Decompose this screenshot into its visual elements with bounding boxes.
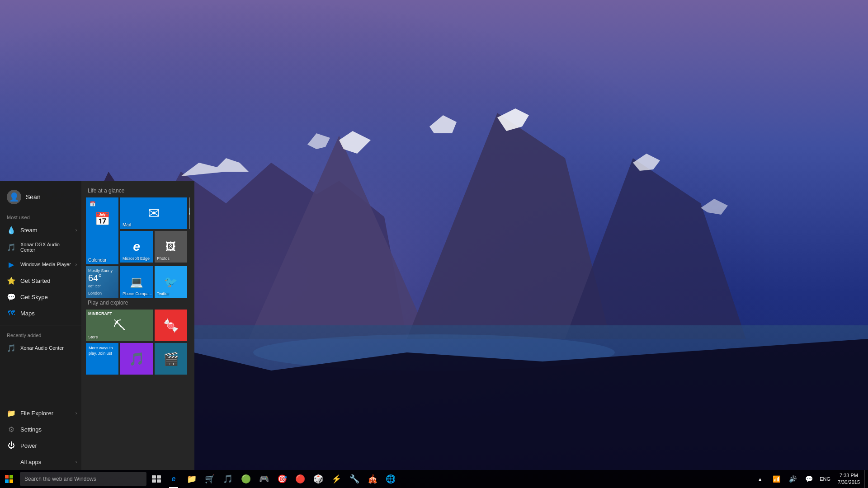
svg-rect-18 (9, 475, 13, 479)
tile-minecraft[interactable]: ⛏ MINECRAFT Store (86, 310, 153, 341)
network-icon[interactable]: 📶 (768, 470, 784, 488)
taskbar-spotify-icon[interactable]: 🟢 (237, 470, 255, 488)
svg-rect-24 (157, 479, 161, 483)
all-apps-icon (7, 457, 16, 466)
taskbar-game6-icon[interactable]: 🔧 (345, 470, 363, 488)
notification-icon[interactable]: 💬 (801, 470, 817, 488)
menu-item-steam[interactable]: 💧 Steam › (0, 222, 81, 238)
xonar-icon: 🎵 (7, 243, 16, 252)
svg-marker-8 (497, 108, 529, 131)
tile-mail[interactable]: ✉ Mail (120, 197, 187, 229)
skype-icon: 💬 (7, 292, 16, 301)
user-profile[interactable]: 👤 Sean (0, 185, 81, 211)
svg-marker-5 (249, 136, 429, 339)
taskbar-game1-icon[interactable]: 🎮 (255, 470, 273, 488)
svg-marker-16 (701, 199, 728, 215)
menu-item-wmp[interactable]: ▶ Windows Media Player › (0, 256, 81, 272)
all-apps-arrow: › (75, 460, 77, 465)
taskbar-edge-icon[interactable]: e (165, 470, 183, 488)
svg-rect-19 (5, 479, 9, 483)
all-apps-label: All apps (20, 459, 41, 465)
get-started-icon: ⭐ (7, 276, 16, 285)
photos-label: Photos (157, 256, 170, 261)
minecraft-label: Store (88, 335, 98, 339)
steam-label: Steam (20, 227, 38, 234)
weather-low: 55° (95, 284, 101, 288)
xonar-label: Xonar DGX Audio Center (20, 242, 75, 253)
taskbar-game7-icon[interactable]: 🎪 (363, 470, 382, 488)
start-menu-tiles: Life at a glance 📅 📅 Calendar ✉ Ma (81, 181, 194, 470)
tile-edge[interactable]: e Microsoft Edge (120, 231, 153, 263)
bottom-menu: 📁 File Explorer › ⚙ Settings ⏻ Power All… (0, 397, 81, 470)
svg-marker-7 (407, 113, 610, 339)
menu-item-skype[interactable]: 💬 Get Skype (0, 289, 81, 305)
steam-icon: 💧 (7, 225, 16, 235)
tile-search[interactable]: 🔍 Search (189, 197, 190, 229)
svg-point-12 (253, 334, 615, 371)
date-display: 7/30/2015 (838, 479, 860, 486)
tile-movies[interactable]: 🎬 (155, 343, 187, 375)
svg-rect-21 (152, 475, 156, 479)
clock[interactable]: 7:33 PM 7/30/2015 (833, 470, 864, 488)
show-hidden-icons[interactable]: ▲ (752, 470, 768, 488)
mail-label: Mail (123, 222, 131, 227)
file-explorer-arrow: › (75, 411, 77, 416)
divider-1 (0, 325, 81, 325)
svg-rect-20 (9, 479, 13, 483)
most-used-header: Most used (0, 211, 81, 222)
taskbar-game4-icon[interactable]: 🎲 (309, 470, 327, 488)
taskbar-game3-icon[interactable]: 🔴 (291, 470, 309, 488)
language-indicator[interactable]: ENG (817, 470, 833, 488)
menu-item-get-started[interactable]: ⭐ Get Started (0, 272, 81, 289)
svg-marker-4 (181, 158, 249, 176)
tile-twitter[interactable]: 🐦 Twitter (155, 266, 187, 298)
tile-photos[interactable]: 🖼 Photos (155, 231, 187, 263)
start-button[interactable] (0, 470, 18, 488)
taskbar-store-icon[interactable]: 🛒 (201, 470, 219, 488)
svg-rect-23 (152, 479, 156, 483)
get-started-label: Get Started (20, 277, 50, 284)
desktop: 👤 Sean Most used 💧 Steam › 🎵 Xonar DGX A… (0, 0, 868, 488)
taskbar-search[interactable] (20, 472, 146, 486)
tile-calendar[interactable]: 📅 📅 Calendar (86, 197, 118, 264)
settings-label: Settings (20, 426, 42, 433)
tile-groove[interactable]: 🎵 (120, 343, 153, 375)
user-avatar: 👤 (7, 190, 21, 204)
username: Sean (26, 193, 41, 201)
xonar-audio-label: Xonar Audio Center (20, 345, 64, 351)
power-icon: ⏻ (7, 441, 16, 450)
tile-candy[interactable]: 🍬 (155, 310, 187, 341)
task-view-button[interactable] (148, 470, 165, 488)
power-label: Power (20, 442, 37, 449)
tile-more-ways[interactable]: More ways to play. Join us! (86, 343, 118, 375)
start-menu: 👤 Sean Most used 💧 Steam › 🎵 Xonar DGX A… (0, 181, 194, 470)
menu-item-file-explorer[interactable]: 📁 File Explorer › (0, 405, 81, 421)
more-ways-label: More ways to play. Join us! (89, 346, 116, 356)
maps-label: Maps (20, 310, 35, 317)
taskbar-media-icon[interactable]: 🎵 (219, 470, 237, 488)
taskbar-game2-icon[interactable]: 🎯 (273, 470, 291, 488)
menu-item-xonar-audio[interactable]: 🎵 Xonar Audio Center (0, 340, 81, 356)
menu-item-xonar[interactable]: 🎵 Xonar DGX Audio Center (0, 238, 81, 256)
menu-item-all-apps[interactable]: All apps › (0, 454, 81, 470)
svg-marker-14 (307, 133, 330, 149)
menu-item-power[interactable]: ⏻ Power (0, 437, 81, 454)
settings-icon: ⚙ (7, 425, 16, 434)
tile-weather[interactable]: Mostly Sunny 64° 66° 55° London (86, 266, 118, 298)
tile-phone[interactable]: 💻 Phone Compa... (120, 266, 153, 298)
steam-arrow: › (75, 228, 77, 233)
taskbar-game5-icon[interactable]: ⚡ (327, 470, 345, 488)
file-explorer-label: File Explorer (20, 410, 53, 417)
wmp-icon: ▶ (7, 260, 16, 269)
volume-icon[interactable]: 🔊 (784, 470, 801, 488)
show-desktop-button[interactable] (864, 470, 868, 488)
windows-logo-icon (5, 475, 13, 483)
recently-added-header: Recently added (0, 329, 81, 340)
taskbar-explorer-icon[interactable]: 📁 (183, 470, 201, 488)
twitter-label: Twitter (157, 291, 169, 296)
menu-item-settings[interactable]: ⚙ Settings (0, 421, 81, 437)
edge-label: Microsoft Edge (123, 256, 150, 261)
taskbar-game8-icon[interactable]: 🌐 (382, 470, 400, 488)
menu-item-maps[interactable]: 🗺 Maps (0, 305, 81, 321)
svg-rect-17 (5, 475, 9, 479)
